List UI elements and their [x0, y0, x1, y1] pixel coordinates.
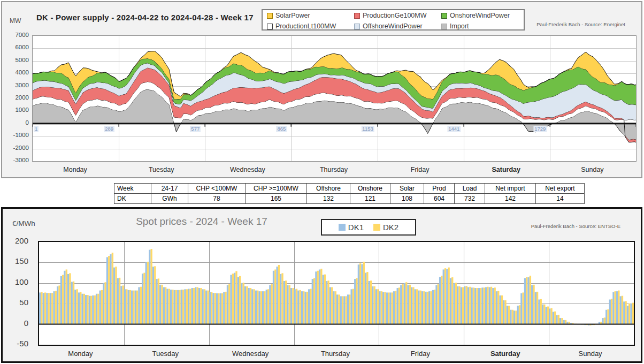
day-label-thursday: Thursday — [303, 350, 367, 358]
table-header-cell: Net export — [536, 184, 585, 194]
legend-label: Import — [450, 22, 469, 30]
interval-tick-label: 1441 — [447, 126, 461, 132]
table-header-cell: 24-17 — [151, 184, 188, 194]
day-label-tuesday: Tuesday — [133, 350, 197, 358]
y-tick-label: 2000 — [5, 94, 29, 101]
legend-item-OffshoreWindPower: OffshoreWindPower — [354, 22, 441, 30]
y-tick-label: -50 — [5, 339, 28, 348]
legend-item-DK1: DK1 — [339, 223, 364, 232]
power-supply-legend: SolarPowerProductionGe100MWOnshoreWindPo… — [262, 9, 525, 31]
y-tick-label: 1000 — [5, 107, 29, 113]
table-cell: 108 — [390, 194, 424, 204]
spot-prices-title: Spot prices - 2024 - Week 17 — [84, 216, 319, 228]
legend-swatch-icon — [267, 24, 273, 29]
table-header-row: Week24-17CHP <100MWCHP >=100MWOffshoreOn… — [114, 184, 585, 194]
legend-item-OnshoreWindPower: OnshoreWindPower — [441, 12, 527, 19]
interval-tick-label: 1 — [34, 126, 39, 132]
table-header-cell: Solar — [390, 184, 424, 194]
table-header-cell: Prod — [424, 184, 455, 194]
y-tick-label: 0 — [5, 119, 29, 126]
y-tick-label: 3000 — [5, 82, 29, 88]
table-cell: 732 — [455, 194, 485, 204]
table-header-cell: Offshore — [307, 184, 350, 194]
legend-swatch-icon — [441, 13, 447, 19]
day-label-monday: Monday — [43, 166, 108, 173]
table-header-cell: Net import — [485, 184, 536, 194]
table-cell: 165 — [246, 194, 307, 204]
legend-swatch-icon — [373, 224, 380, 231]
y-tick-label: 100 — [5, 277, 28, 286]
table-cell: 78 — [188, 194, 246, 204]
interval-tick-label: 289 — [104, 126, 114, 132]
table-header-cell: Load — [455, 184, 485, 194]
day-label-tuesday: Tuesday — [129, 166, 194, 173]
day-label-saturday: Saturday — [473, 350, 538, 358]
legend-label: DK2 — [383, 223, 398, 232]
interval-tick-label: 577 — [190, 126, 201, 132]
table-cell: 142 — [485, 194, 536, 204]
interval-tick-label: 865 — [276, 126, 287, 132]
legend-label: OffshoreWindPower — [363, 22, 423, 30]
day-label-monday: Monday — [48, 350, 112, 358]
table-cell: 604 — [424, 194, 455, 204]
legend-swatch-icon — [441, 24, 447, 29]
power-supply-plot-area: 1289577865115314411729 — [32, 35, 637, 162]
legend-label: OnshoreWindPower — [450, 12, 510, 19]
table-row: DKGWh7816513212110860473214214 — [114, 194, 585, 204]
y-tick-label: 200 — [5, 236, 28, 245]
y-tick-label: 7000 — [5, 32, 29, 38]
legend-label: ProductionGe100MW — [363, 12, 427, 19]
table-header-cell: Week — [114, 184, 151, 194]
legend-item-ProductionGe100MW: ProductionGe100MW — [354, 12, 441, 19]
day-label-friday: Friday — [388, 350, 453, 358]
day-label-wednesday: Wednesday — [218, 350, 282, 358]
legend-item-SolarPower: SolarPower — [267, 12, 354, 19]
power-supply-canvas — [33, 36, 636, 161]
y-tick-label: 4000 — [5, 69, 29, 75]
day-label-friday: Friday — [388, 166, 452, 173]
spot-prices-canvas — [39, 242, 634, 345]
y-tick-label: 50 — [5, 298, 28, 307]
y-tick-label: -1000 — [5, 132, 29, 138]
day-label-sunday: Sunday — [560, 166, 624, 173]
spot-prices-plot-area — [38, 241, 635, 346]
y-tick-label: 5000 — [5, 57, 29, 63]
spot-prices-legend: DK1DK2 — [321, 219, 416, 236]
legend-label: ProductionLt100MW — [275, 22, 336, 30]
day-label-thursday: Thursday — [302, 166, 366, 173]
table-cell: 14 — [536, 194, 585, 204]
legend-swatch-icon — [339, 224, 346, 231]
top-y-axis-unit: MW — [10, 17, 21, 25]
y-tick-label: -2000 — [5, 145, 29, 151]
day-label-sunday: Sunday — [558, 350, 623, 358]
interval-tick-label: 1729 — [533, 126, 547, 132]
power-supply-title: DK - Power supply - 2024-04-22 to 2024-0… — [36, 13, 254, 22]
week-summary-table: Week24-17CHP <100MWCHP >=100MWOffshoreOn… — [114, 183, 585, 204]
table-header-cell: CHP >=100MW — [246, 184, 307, 194]
power-supply-attribution: Paul-Frederik Bach - Source: Energinet — [536, 21, 625, 27]
y-tick-label: 6000 — [5, 44, 29, 50]
y-tick-label: 150 — [5, 256, 28, 266]
table-header-cell: CHP <100MW — [188, 184, 246, 194]
legend-swatch-icon — [354, 24, 360, 29]
legend-label: SolarPower — [275, 12, 310, 19]
spot-prices-chart-panel: €/MWh DK1DK2 200150100500-50 MondayTuesd… — [1, 207, 642, 363]
spot-prices-attribution: Paul-Frederik Bach - Source: ENTSO-E — [531, 223, 620, 229]
table-cell: DK — [114, 194, 151, 204]
table-cell: GWh — [151, 194, 188, 204]
power-supply-chart-panel: MW DK - Power supply - 2024-04-22 to 202… — [1, 1, 642, 178]
legend-item-ProductionLt100MW: ProductionLt100MW — [267, 22, 354, 30]
interval-tick-label: 1153 — [361, 126, 374, 132]
legend-item-DK2: DK2 — [373, 223, 398, 232]
y-tick-label: -3000 — [5, 157, 29, 163]
bottom-y-axis-unit: €/MWh — [12, 219, 35, 228]
day-label-saturday: Saturday — [474, 166, 538, 173]
legend-swatch-icon — [267, 13, 273, 19]
legend-label: DK1 — [348, 223, 364, 232]
legend-item-Import: Import — [441, 22, 527, 30]
table-cell: 121 — [350, 194, 390, 204]
table-header-cell: Onshore — [350, 184, 390, 194]
legend-swatch-icon — [354, 13, 360, 19]
y-tick-label: 0 — [5, 318, 28, 328]
table-cell: 132 — [307, 194, 350, 204]
